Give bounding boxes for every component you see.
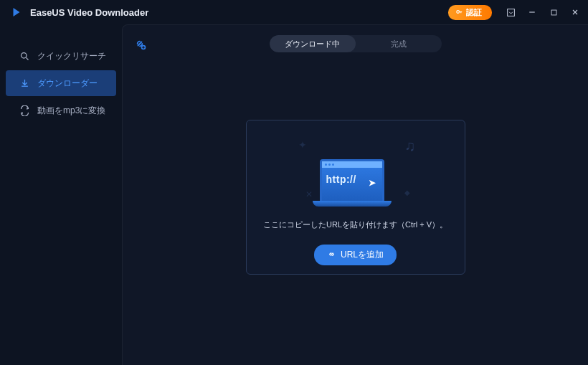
search-icon xyxy=(19,50,30,62)
window-controls xyxy=(505,6,581,18)
sidebar: クイックリサーチ ダウンローダー 動画をmp3に変換 xyxy=(0,24,122,365)
sidebar-item-convert-mp3[interactable]: 動画をmp3に変換 xyxy=(6,98,116,123)
maximize-button[interactable] xyxy=(548,6,559,18)
svg-rect-2 xyxy=(551,10,556,15)
link-icon xyxy=(327,250,336,261)
tab-label: ダウンロード中 xyxy=(285,39,340,49)
gear-deco-icon: ✦ xyxy=(298,139,307,151)
tabs: ダウンロード中 完成 xyxy=(270,35,442,52)
svg-point-0 xyxy=(457,10,460,13)
tab-completed[interactable]: 完成 xyxy=(356,35,442,52)
http-label: http:// xyxy=(326,174,356,185)
sidebar-item-quick-search[interactable]: クイックリサーチ xyxy=(6,43,116,69)
add-link-icon[interactable] xyxy=(133,37,147,51)
activate-label: 認証 xyxy=(466,7,482,18)
close-button[interactable] xyxy=(569,6,581,18)
paste-hint: ここにコピーしたURLを貼り付けます（Ctrl + V）。 xyxy=(263,219,447,230)
app-logo-icon xyxy=(10,6,23,19)
laptop-illustration: ♫ ✦ ✕ ◆ http:// ➤ xyxy=(291,135,420,207)
sidebar-item-label: クイックリサーチ xyxy=(37,50,106,62)
minimize-button[interactable] xyxy=(526,6,538,18)
add-url-button[interactable]: URLを追加 xyxy=(314,245,397,265)
sidebar-item-downloader[interactable]: ダウンローダー xyxy=(6,70,116,96)
add-url-label: URLを追加 xyxy=(341,249,384,261)
dropdown-button[interactable] xyxy=(505,6,516,18)
key-icon xyxy=(455,8,463,17)
music-note-icon: ♫ xyxy=(405,138,416,154)
activate-button[interactable]: 認証 xyxy=(448,5,492,20)
app-title: EaseUS Video Downloader xyxy=(30,7,448,18)
main-panel: ダウンロード中 完成 ♫ ✦ ✕ ◆ http:// xyxy=(122,24,588,365)
sidebar-item-label: ダウンローダー xyxy=(37,77,98,90)
controller-deco-icon: ✕ xyxy=(305,189,313,199)
url-drop-panel[interactable]: ♫ ✦ ✕ ◆ http:// ➤ ここにコピーしたURLを貼り付けます（Ctr… xyxy=(246,120,465,275)
cursor-icon: ➤ xyxy=(369,178,376,188)
diamond-deco-icon: ◆ xyxy=(404,189,410,196)
svg-point-3 xyxy=(21,52,27,58)
svg-rect-1 xyxy=(507,9,514,16)
convert-icon xyxy=(19,105,30,116)
sidebar-item-label: 動画をmp3に変換 xyxy=(37,105,105,117)
tab-label: 完成 xyxy=(391,39,407,49)
tab-downloading[interactable]: ダウンロード中 xyxy=(270,35,356,52)
download-icon xyxy=(19,77,30,89)
titlebar: EaseUS Video Downloader 認証 xyxy=(0,0,588,24)
